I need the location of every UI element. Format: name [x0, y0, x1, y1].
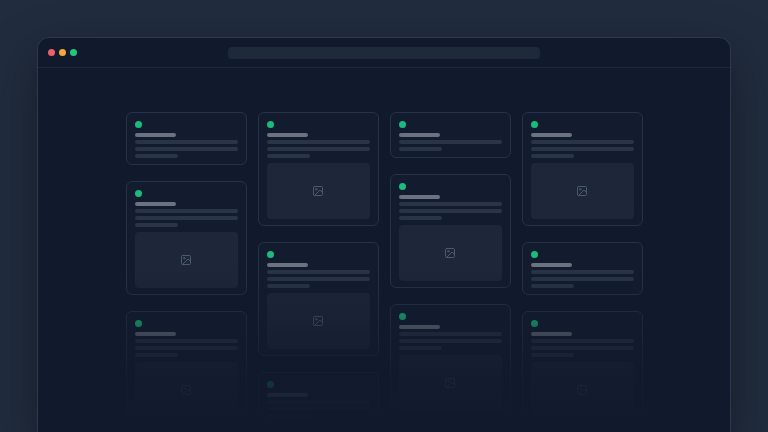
skeleton-title-bar	[267, 393, 308, 397]
skeleton-text-line	[267, 414, 310, 418]
skeleton-title-bar	[399, 133, 440, 137]
skeleton-text-line	[267, 407, 370, 411]
skeleton-text-line	[135, 346, 238, 350]
skeleton-title-bar	[135, 202, 176, 206]
skeleton-text-line	[267, 400, 370, 404]
skeleton-title-bar	[531, 263, 572, 267]
skeleton-text-line	[531, 147, 634, 151]
skeleton-title-bar	[267, 133, 308, 137]
skeleton-text-line	[135, 209, 238, 213]
skeleton-text-line	[531, 270, 634, 274]
skeleton-text-line	[531, 339, 634, 343]
skeleton-title-bar	[267, 263, 308, 267]
skeleton-text-line	[531, 284, 574, 288]
board-column-3	[390, 112, 511, 425]
image-card[interactable]	[258, 242, 379, 356]
status-dot-icon	[267, 251, 274, 258]
skeleton-text-line	[135, 339, 238, 343]
skeleton-text-line	[531, 140, 634, 144]
skeleton-text-line	[399, 140, 502, 144]
image-placeholder	[399, 355, 502, 411]
skeleton-text-line	[267, 277, 370, 281]
text-card[interactable]	[522, 242, 643, 295]
status-dot-icon	[531, 121, 538, 128]
traffic-light-maximize-button[interactable]	[70, 49, 77, 56]
skeleton-text-line	[399, 346, 442, 350]
skeleton-title-bar	[135, 332, 176, 336]
image-card[interactable]	[258, 112, 379, 226]
image-icon	[180, 384, 192, 396]
image-placeholder	[399, 225, 502, 281]
skeleton-title-bar	[531, 133, 572, 137]
skeleton-text-line	[399, 339, 502, 343]
browser-window	[37, 37, 731, 432]
skeleton-title-bar	[399, 195, 440, 199]
text-card[interactable]	[258, 372, 379, 425]
status-dot-icon	[399, 121, 406, 128]
status-dot-icon	[135, 121, 142, 128]
skeleton-text-line	[135, 216, 238, 220]
skeleton-text-line	[531, 353, 574, 357]
text-card[interactable]	[126, 112, 247, 165]
skeleton-text-line	[399, 332, 502, 336]
traffic-light-minimize-button[interactable]	[59, 49, 66, 56]
image-icon	[444, 377, 456, 389]
card-board	[38, 68, 730, 425]
image-placeholder	[267, 293, 370, 349]
status-dot-icon	[267, 121, 274, 128]
image-card[interactable]	[522, 112, 643, 226]
skeleton-title-bar	[399, 325, 440, 329]
status-dot-icon	[531, 251, 538, 258]
skeleton-text-line	[531, 154, 574, 158]
image-icon	[312, 315, 324, 327]
status-dot-icon	[267, 381, 274, 388]
skeleton-text-line	[399, 209, 502, 213]
skeleton-title-bar	[135, 133, 176, 137]
image-placeholder	[135, 232, 238, 288]
skeleton-text-line	[267, 270, 370, 274]
image-placeholder	[135, 362, 238, 418]
status-dot-icon	[399, 183, 406, 190]
image-card[interactable]	[126, 311, 247, 425]
traffic-light-close-button[interactable]	[48, 49, 55, 56]
board-column-2	[258, 112, 379, 425]
skeleton-text-line	[267, 147, 370, 151]
skeleton-text-line	[267, 154, 310, 158]
status-dot-icon	[531, 320, 538, 327]
image-placeholder	[267, 163, 370, 219]
skeleton-text-line	[531, 277, 634, 281]
skeleton-text-line	[135, 223, 178, 227]
status-dot-icon	[135, 190, 142, 197]
status-dot-icon	[399, 313, 406, 320]
skeleton-text-line	[135, 353, 178, 357]
skeleton-text-line	[399, 147, 442, 151]
image-placeholder	[531, 163, 634, 219]
skeleton-text-line	[399, 216, 442, 220]
image-icon	[312, 185, 324, 197]
image-card[interactable]	[390, 304, 511, 418]
traffic-lights	[48, 49, 77, 56]
skeleton-text-line	[267, 284, 310, 288]
board-column-4	[522, 112, 643, 425]
skeleton-title-bar	[531, 332, 572, 336]
skeleton-text-line	[135, 147, 238, 151]
skeleton-text-line	[267, 140, 370, 144]
image-card[interactable]	[126, 181, 247, 295]
text-card[interactable]	[390, 112, 511, 158]
page-background: { "window": { "title_bar": { "traffic_li…	[0, 0, 768, 432]
skeleton-text-line	[399, 202, 502, 206]
skeleton-text-line	[531, 346, 634, 350]
image-icon	[576, 384, 588, 396]
image-card[interactable]	[390, 174, 511, 288]
skeleton-text-line	[135, 154, 178, 158]
image-placeholder	[531, 362, 634, 418]
image-icon	[180, 254, 192, 266]
board-column-1	[126, 112, 247, 425]
image-card[interactable]	[522, 311, 643, 425]
image-icon	[444, 247, 456, 259]
skeleton-text-line	[135, 140, 238, 144]
address-bar[interactable]	[228, 47, 540, 59]
browser-titlebar	[38, 38, 730, 68]
status-dot-icon	[135, 320, 142, 327]
image-icon	[576, 185, 588, 197]
